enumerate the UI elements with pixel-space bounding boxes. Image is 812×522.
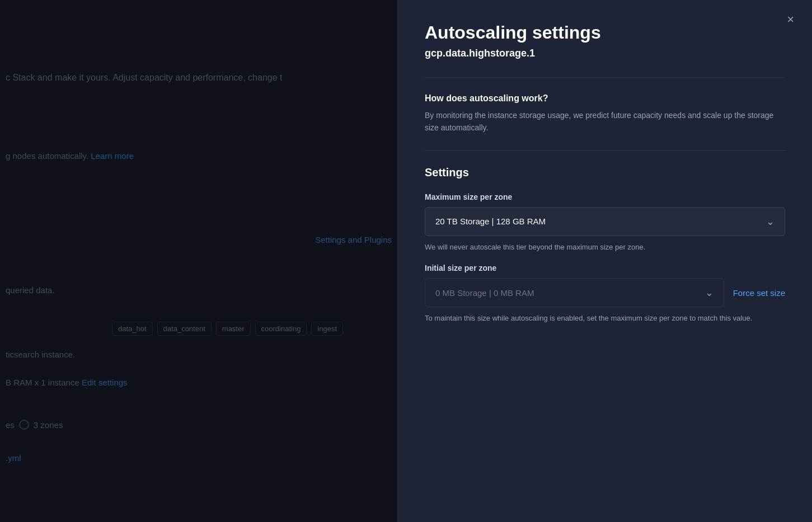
how-desc: By monitoring the instance storage usage… [425, 109, 785, 134]
autoscaling-modal: × Autoscaling settings gcp.data.highstor… [397, 0, 812, 522]
max-zone-select-wrapper: 20 TB Storage | 128 GB RAM ⌄ [425, 207, 785, 236]
max-zone-label: Maximum size per zone [425, 192, 785, 201]
max-zone-hint: We will never autoscale this tier beyond… [425, 242, 785, 253]
modal-subtitle: gcp.data.highstorage.1 [425, 48, 785, 59]
initial-zone-hint: To maintain this size while autoscaling … [425, 313, 785, 324]
initial-zone-select[interactable]: 0 MB Storage | 0 MB RAM ⌄ [425, 278, 724, 307]
max-zone-value: 20 TB Storage | 128 GB RAM [435, 217, 546, 226]
divider-1 [425, 77, 785, 78]
initial-zone-label: Initial size per zone [425, 264, 785, 272]
modal-title: Autoscaling settings [425, 22, 785, 43]
divider-2 [425, 150, 785, 151]
force-set-size-button[interactable]: Force set size [733, 288, 785, 298]
close-button[interactable]: × [782, 11, 799, 28]
settings-title: Settings [425, 166, 785, 179]
initial-zone-select-wrapper: 0 MB Storage | 0 MB RAM ⌄ [425, 278, 724, 307]
max-zone-chevron-icon: ⌄ [766, 215, 775, 228]
initial-size-row: 0 MB Storage | 0 MB RAM ⌄ Force set size [425, 278, 785, 307]
initial-zone-chevron-icon: ⌄ [705, 286, 714, 299]
max-zone-select[interactable]: 20 TB Storage | 128 GB RAM ⌄ [425, 207, 785, 236]
how-title: How does autoscaling work? [425, 93, 785, 104]
overlay-dim [0, 0, 397, 522]
initial-zone-value: 0 MB Storage | 0 MB RAM [435, 288, 534, 298]
